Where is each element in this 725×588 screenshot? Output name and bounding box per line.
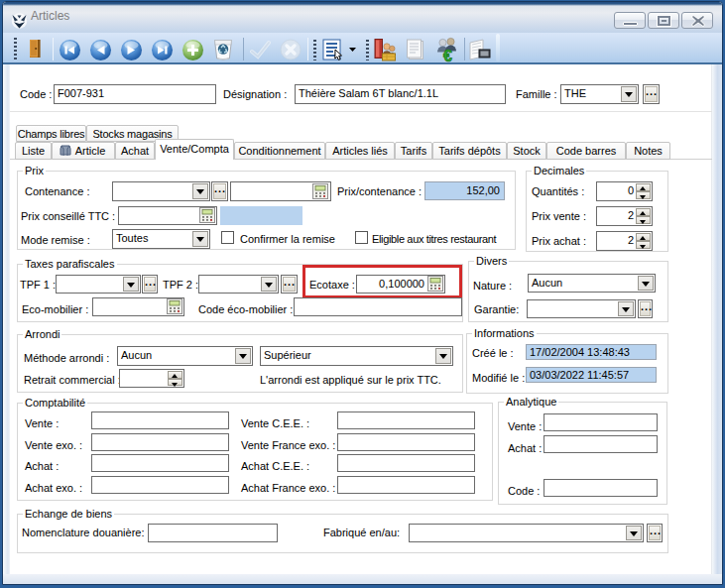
svg-text:€: €: [443, 48, 452, 63]
